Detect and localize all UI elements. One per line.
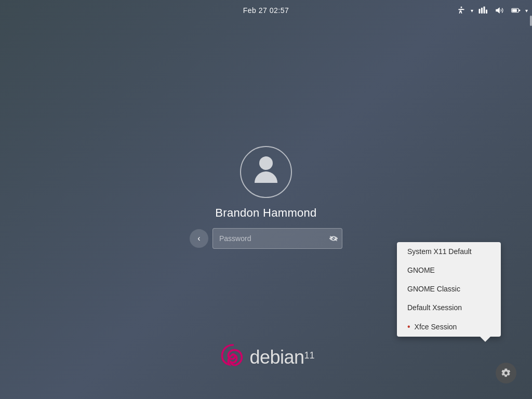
session-item-label: Xfce Session: [415, 323, 457, 331]
gear-icon: [501, 368, 511, 378]
session-item-default-xsession[interactable]: Default Xsession: [397, 298, 501, 317]
accessibility-dropdown-arrow[interactable]: ▾: [471, 8, 473, 14]
session-item-gnome-classic[interactable]: GNOME Classic: [397, 280, 501, 298]
session-item-label: GNOME: [407, 266, 435, 274]
debian-logo: debian 11: [217, 342, 314, 373]
svg-rect-3: [484, 7, 485, 14]
session-item-xfce[interactable]: • Xfce Session: [397, 317, 501, 337]
battery-icon[interactable]: [509, 3, 523, 18]
svg-point-0: [461, 7, 462, 8]
session-item-system-x11[interactable]: System X11 Default: [397, 242, 501, 261]
svg-rect-4: [486, 10, 487, 14]
volume-icon[interactable]: [492, 3, 507, 18]
back-button[interactable]: ‹: [190, 229, 208, 248]
session-item-label: Default Xsession: [407, 303, 462, 312]
settings-button[interactable]: [496, 363, 516, 383]
user-avatar-icon: [250, 156, 282, 188]
avatar-head: [259, 156, 273, 170]
svg-marker-5: [496, 7, 500, 14]
password-toggle-icon[interactable]: [329, 235, 338, 242]
avatar-body: [255, 171, 277, 183]
top-bar: Feb 27 02:57 ▾: [0, 0, 532, 21]
svg-rect-1: [479, 9, 481, 14]
battery-dropdown-arrow[interactable]: ▾: [525, 8, 528, 14]
svg-rect-2: [481, 8, 483, 14]
scroll-indicator: [530, 16, 532, 26]
session-item-gnome[interactable]: GNOME: [397, 261, 501, 280]
session-item-label: GNOME Classic: [407, 285, 460, 293]
password-row: ‹: [190, 228, 342, 249]
accessibility-icon[interactable]: [454, 3, 469, 18]
active-session-bullet: •: [407, 322, 410, 331]
debian-version: 11: [304, 350, 315, 361]
debian-wordmark: debian: [249, 347, 304, 368]
svg-rect-8: [518, 10, 520, 11]
network-icon[interactable]: [475, 3, 490, 18]
svg-rect-7: [512, 9, 517, 11]
svg-point-11: [219, 343, 247, 371]
session-dropdown-menu: System X11 Default GNOME GNOME Classic D…: [397, 242, 501, 337]
password-input[interactable]: [212, 228, 342, 249]
datetime-display: Feb 27 02:57: [243, 6, 289, 15]
debian-swirl-icon: [217, 342, 248, 373]
top-bar-right-icons: ▾ ▾: [454, 3, 532, 18]
password-input-wrapper: [212, 228, 342, 249]
username-label: Brandon Hammond: [215, 206, 316, 220]
debian-text-container: debian 11: [249, 347, 314, 368]
session-item-label: System X11 Default: [407, 247, 472, 256]
avatar: [240, 146, 292, 198]
login-container: Brandon Hammond ‹: [190, 146, 342, 249]
